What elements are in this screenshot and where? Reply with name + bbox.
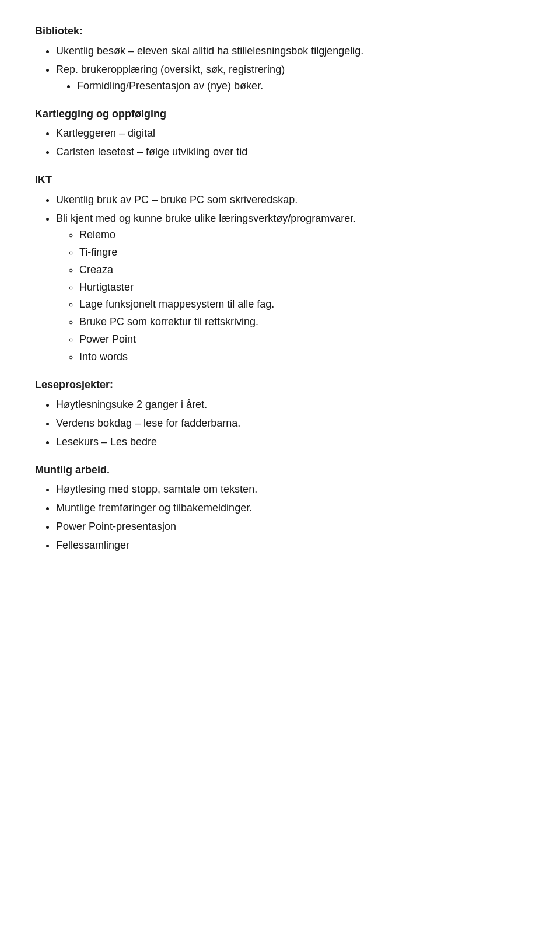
list-item: Ti-fingre <box>79 245 525 261</box>
list-item: Hurtigtaster <box>79 280 525 296</box>
ikt-sub-6: Bruke PC som korrektur til rettskriving. <box>79 316 258 327</box>
leseprosjekter-section: Leseprosjekter: Høytlesningsuke 2 ganger… <box>35 377 525 451</box>
muntlig-list: Høytlesing med stopp, samtale om teksten… <box>56 482 525 554</box>
list-item: Power Point <box>79 332 525 348</box>
list-item: Ukentlig bruk av PC – bruke PC som skriv… <box>56 192 525 208</box>
ikt-item-2-main: Bli kjent med og kunne bruke ulike lærin… <box>56 212 356 224</box>
list-item: Formidling/Presentasjon av (nye) bøker. <box>77 78 525 95</box>
list-item: Creaza <box>79 262 525 278</box>
ikt-sub-3: Creaza <box>79 264 113 275</box>
muntlig-item-1: Høytlesing med stopp, samtale om teksten… <box>56 483 257 495</box>
ikt-section: IKT Ukentlig bruk av PC – bruke PC som s… <box>35 172 525 365</box>
kartlegging-item-2: Carlsten lesetest – følge utvikling over… <box>56 146 247 158</box>
ikt-item-1: Ukentlig bruk av PC – bruke PC som skriv… <box>56 194 298 205</box>
list-item: Fellessamlinger <box>56 538 525 554</box>
list-item: Ukentlig besøk – eleven skal alltid ha s… <box>56 43 525 60</box>
list-item: Lage funksjonelt mappesystem til alle fa… <box>79 296 525 313</box>
list-item: Høytlesningsuke 2 ganger i året. <box>56 397 525 413</box>
list-item: Kartleggeren – digital <box>56 125 525 142</box>
ikt-sub-8: Into words <box>79 351 128 362</box>
ikt-sub-4: Hurtigtaster <box>79 281 134 293</box>
list-item: Høytlesing med stopp, samtale om teksten… <box>56 482 525 498</box>
list-item: Bli kjent med og kunne bruke ulike lærin… <box>56 211 525 365</box>
muntlig-heading: Muntlig arbeid. <box>35 462 525 479</box>
muntlig-item-3: Power Point-presentasjon <box>56 521 176 532</box>
leseprosjekter-item-3: Lesekurs – Les bedre <box>56 436 157 448</box>
list-item: Lesekurs – Les bedre <box>56 434 525 451</box>
ikt-sub-1: Relemo <box>79 229 116 240</box>
list-item: Rep. brukeropplæring (oversikt, søk, reg… <box>56 62 525 95</box>
ikt-label: IKT <box>35 172 525 189</box>
bibliotek-item-2-main: Rep. brukeropplæring (oversikt, søk, reg… <box>56 64 285 75</box>
muntlig-item-4: Fellessamlinger <box>56 539 130 551</box>
bibliotek-section: Bibliotek: Ukentlig besøk – eleven skal … <box>35 23 525 95</box>
ikt-sub-2: Ti-fingre <box>79 246 117 258</box>
ikt-sublist: Relemo Ti-fingre Creaza Hurtigtaster Lag… <box>79 227 525 365</box>
leseprosjekter-heading: Leseprosjekter: <box>35 377 525 393</box>
list-item: Bruke PC som korrektur til rettskriving. <box>79 314 525 330</box>
list-item: Into words <box>79 349 525 365</box>
kartlegging-heading: Kartlegging og oppfølging <box>35 106 525 123</box>
list-item: Muntlige fremføringer og tilbakemeldinge… <box>56 500 525 517</box>
ikt-list: Ukentlig bruk av PC – bruke PC som skriv… <box>56 192 525 365</box>
muntlig-item-2: Muntlige fremføringer og tilbakemeldinge… <box>56 502 252 514</box>
kartlegging-section: Kartlegging og oppfølging Kartleggeren –… <box>35 106 525 161</box>
leseprosjekter-item-1: Høytlesningsuke 2 ganger i året. <box>56 399 207 410</box>
bibliotek-item-1: Ukentlig besøk – eleven skal alltid ha s… <box>56 45 363 57</box>
bibliotek-item-2-sub: Formidling/Presentasjon av (nye) bøker. <box>77 80 263 92</box>
bibliotek-list: Ukentlig besøk – eleven skal alltid ha s… <box>56 43 525 95</box>
leseprosjekter-list: Høytlesningsuke 2 ganger i året. Verdens… <box>56 397 525 451</box>
bibliotek-sublist: Formidling/Presentasjon av (nye) bøker. <box>77 78 525 95</box>
muntlig-section: Muntlig arbeid. Høytlesing med stopp, sa… <box>35 462 525 554</box>
leseprosjekter-item-2: Verdens bokdag – lese for fadderbarna. <box>56 417 240 429</box>
kartlegging-item-1: Kartleggeren – digital <box>56 127 155 139</box>
list-item: Verdens bokdag – lese for fadderbarna. <box>56 416 525 432</box>
ikt-sub-7: Power Point <box>79 333 136 345</box>
list-item: Carlsten lesetest – følge utvikling over… <box>56 144 525 161</box>
list-item: Relemo <box>79 227 525 243</box>
ikt-sub-5: Lage funksjonelt mappesystem til alle fa… <box>79 298 274 310</box>
bibliotek-heading: Bibliotek: <box>35 23 525 40</box>
list-item: Power Point-presentasjon <box>56 519 525 535</box>
kartlegging-list: Kartleggeren – digital Carlsten lesetest… <box>56 125 525 161</box>
